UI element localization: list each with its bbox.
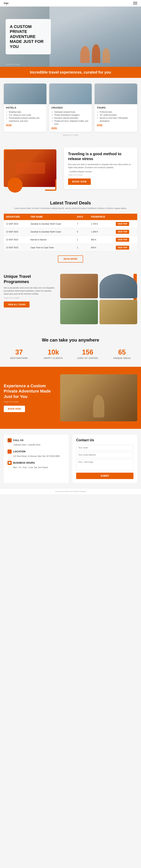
view-trip-button[interactable]: VIEW TRIP bbox=[116, 222, 129, 226]
hero-image-credit: Image from Freepik bbox=[6, 63, 20, 65]
site-header: logo bbox=[0, 0, 141, 7]
footer-icon: 📞 bbox=[7, 438, 12, 442]
card-img-cruises bbox=[49, 84, 92, 104]
experience-book-button[interactable]: BOOK NOW bbox=[4, 406, 25, 412]
card-feature: Breakfast daily bbox=[9, 111, 44, 114]
stat-label: DESTINATIONS bbox=[4, 357, 34, 359]
card-more-tours[interactable]: MORE bbox=[97, 124, 102, 126]
stat-item: 10kHAPPY CLIENTS bbox=[38, 348, 69, 359]
hamburger-menu[interactable] bbox=[133, 2, 137, 4]
stat-number: 37 bbox=[4, 348, 34, 356]
submit-button[interactable]: SUBMIT bbox=[76, 473, 134, 479]
cell-days: 5 bbox=[75, 228, 89, 236]
stat-item: 65UNIQUE IDEAS bbox=[107, 348, 137, 359]
card-feature: 4 oz. dining on room credit bbox=[9, 114, 44, 117]
cell-price: 950 € bbox=[89, 236, 113, 244]
book-now-button[interactable]: BOOK NOW bbox=[68, 179, 91, 185]
card-feature: 20+ vetted providers bbox=[100, 114, 135, 117]
bottom-footer: Contact the studio who built this templa… bbox=[0, 489, 141, 494]
contact-name-input[interactable] bbox=[76, 445, 134, 451]
deals-heading: Latest Travel Deals Lorem ipsum dolor si… bbox=[4, 200, 137, 210]
programmes-desc: Sed ut perspiciatis unde omnis iste natu… bbox=[4, 286, 57, 296]
deals-section: Latest Travel Deals Lorem ipsum dolor si… bbox=[0, 195, 141, 268]
cell-departure: 13 SEP 2023 bbox=[4, 220, 28, 228]
footer-section-text: Mon – Fri : 9 am – 5 pm, Sat, Sun Closed bbox=[7, 466, 65, 469]
programmes-images bbox=[60, 274, 137, 324]
stat-number: 156 bbox=[72, 348, 103, 356]
prog-image-1 bbox=[60, 274, 98, 298]
footer-info: 📞CALL US+208-652-1632 / +228-987-8754📍LO… bbox=[4, 434, 69, 483]
stress-image-credit: Image from Freepik bbox=[68, 174, 133, 176]
cell-days: 1 bbox=[75, 244, 89, 251]
stress-para2: ...incididunt aliquam noscitur. bbox=[68, 170, 133, 173]
stats-heading: We can take you anywhere bbox=[4, 337, 137, 343]
card-more-hotels[interactable]: MORE bbox=[6, 124, 12, 126]
experience-credit: Image from Freepik bbox=[4, 401, 57, 403]
view-trip-button[interactable]: VIEW TRIP bbox=[116, 246, 129, 250]
stats-grid: 37DESTINATIONS10kHAPPY CLIENTS156CUPS OF… bbox=[4, 348, 137, 359]
cell-trip_name: Cape Town to Cape Town bbox=[28, 244, 75, 251]
card-img-hotels bbox=[4, 84, 46, 104]
view-all-tours-button[interactable]: VIEW ALL TOURS bbox=[4, 302, 30, 308]
card-tours: TOURSPreferred rates20+ vetted providers… bbox=[95, 84, 137, 132]
cell-days: 1 bbox=[75, 236, 89, 244]
card-more-cruises[interactable]: MORE bbox=[51, 127, 57, 129]
table-row: 13 SEP 2023Cape Town to Cape Town1500 €V… bbox=[4, 244, 137, 251]
footer-block-call-us: 📞CALL US+208-652-1632 / +228-987-8754 bbox=[7, 438, 65, 446]
footer-block-location: 📍LOCATION121 Rock Street, 21 Avenue, New… bbox=[7, 450, 65, 458]
stress-content: Traveling is a good method to release st… bbox=[64, 147, 137, 189]
stat-label: CUPS OF COFFEE bbox=[72, 357, 103, 359]
cell-price: 1.725 € bbox=[89, 220, 113, 228]
table-row: 13 SEP 2023Nairobi to Nairobi1950 €VIEW … bbox=[4, 236, 137, 244]
footer-section-title: CALL US bbox=[13, 439, 24, 442]
deals-table: DEPARTURE TRIP NAME DAYS FROM/PRICE 13 S… bbox=[4, 214, 137, 252]
contact-title: Contact Us bbox=[76, 438, 134, 442]
deals-title: Latest Travel Deals bbox=[4, 200, 137, 206]
card-feature: Private destinations managers bbox=[54, 114, 90, 117]
experience-section: Experience a Custom Private Adventure Ma… bbox=[0, 367, 141, 429]
contact-email-input[interactable] bbox=[76, 452, 134, 458]
footer-section-title: LOCATION bbox=[13, 450, 26, 453]
cell-trip_name: Zanzibar to Zanzibar North Coast bbox=[28, 220, 75, 228]
table-row: 13 SEP 2023Zanzibar to Zanzibar North Co… bbox=[4, 228, 137, 236]
card-feature: Private port tours, shipboard credits, a… bbox=[54, 120, 90, 126]
card-hotels: HOTELSBreakfast daily4 oz. dining on roo… bbox=[4, 84, 46, 132]
card-feature: Preferred rates bbox=[100, 111, 135, 114]
footer-block-business-hours: 🕐BUSINESS HOURSMon – Fri : 9 am – 5 pm, … bbox=[7, 461, 65, 469]
cell-trip_name: Nairobi to Nairobi bbox=[28, 236, 75, 244]
view-trip-button[interactable]: VIEW TRIP bbox=[116, 238, 129, 242]
footer-icon: 📍 bbox=[7, 450, 12, 454]
hero-content: A CUSTOM PRIVATE ADVENTURE MADE JUST FOR… bbox=[6, 19, 51, 54]
card-feature: Exclusive onboard amenities bbox=[54, 117, 90, 120]
prog-image-4 bbox=[100, 300, 137, 324]
stress-heading: Traveling is a good method to release st… bbox=[68, 151, 133, 161]
footer-section: 📞CALL US+208-652-1632 / +228-987-8754📍LO… bbox=[0, 429, 141, 489]
cell-departure: 13 SEP 2023 bbox=[4, 228, 28, 236]
stress-para1: Duis aute irure dolor in reprehenderit i… bbox=[68, 163, 133, 169]
cards-grid: HOTELSBreakfast daily4 oz. dining on roo… bbox=[4, 84, 137, 132]
stats-section: We can take you anywhere 37DESTINATIONS1… bbox=[0, 330, 141, 367]
contact-message-input[interactable] bbox=[76, 459, 134, 470]
stress-image-area bbox=[4, 149, 60, 187]
footer-icon: 🕐 bbox=[7, 461, 12, 465]
stress-section: Traveling is a good method to release st… bbox=[0, 142, 141, 195]
stat-label: UNIQUE IDEAS bbox=[107, 357, 137, 359]
hero-section: A CUSTOM PRIVATE ADVENTURE MADE JUST FOR… bbox=[0, 7, 141, 67]
footer-section-text: 121 Rock Street, 21 Avenue, New York, NY… bbox=[7, 455, 65, 458]
cell-price: 1.200 € bbox=[89, 228, 113, 236]
experience-heading: Experience a Custom Private Adventure Ma… bbox=[4, 383, 57, 400]
prog-image-3 bbox=[60, 300, 98, 324]
programmes-section: Unique Travel Programmes Sed ut perspici… bbox=[0, 268, 141, 330]
stat-item: 156CUPS OF COFFEE bbox=[72, 348, 103, 359]
view-trip-button[interactable]: VIEW TRIP bbox=[116, 230, 129, 234]
programmes-content: Unique Travel Programmes Sed ut perspici… bbox=[4, 274, 57, 308]
hero-title: A CUSTOM PRIVATE ADVENTURE MADE JUST FOR… bbox=[10, 24, 47, 49]
programmes-heading: Unique Travel Programmes bbox=[4, 274, 57, 285]
read-more-button[interactable]: READ MORE bbox=[58, 255, 83, 262]
table-row: 13 SEP 2023Zanzibar to Zanzibar North Co… bbox=[4, 220, 137, 228]
card-img-tours bbox=[95, 84, 137, 104]
cell-price: 500 € bbox=[89, 244, 113, 251]
cell-departure: 13 SEP 2023 bbox=[4, 244, 28, 251]
stat-item: 37DESTINATIONS bbox=[4, 348, 34, 359]
logo: logo bbox=[4, 2, 8, 4]
